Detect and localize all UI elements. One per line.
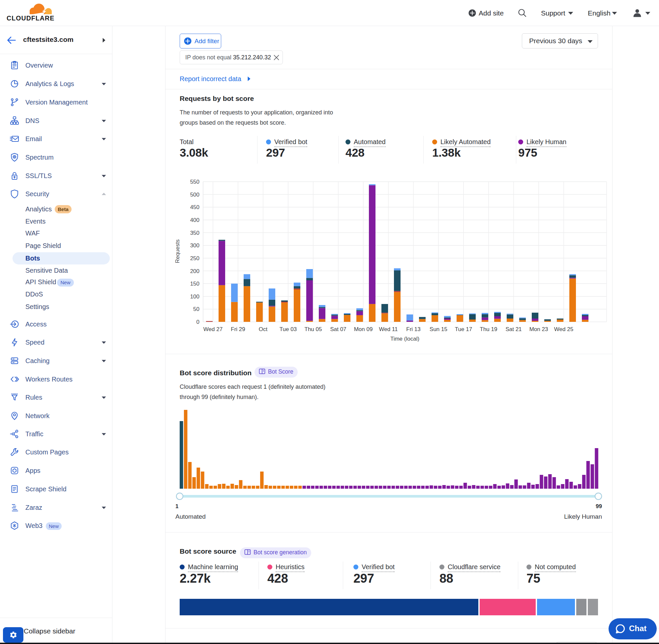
svg-text:Automated: Automated <box>175 513 206 520</box>
svg-text:Sat 07: Sat 07 <box>330 326 346 332</box>
svg-text:Time (local): Time (local) <box>390 336 419 342</box>
svg-text:Requests: Requests <box>174 239 181 263</box>
svg-text:350: 350 <box>190 230 199 236</box>
svg-text:250: 250 <box>190 255 199 261</box>
svg-text:Wed 25: Wed 25 <box>554 326 573 332</box>
svg-text:0: 0 <box>196 319 199 325</box>
svg-text:150: 150 <box>190 281 199 287</box>
svg-text:Fri 13: Fri 13 <box>406 326 420 332</box>
svg-text:550: 550 <box>190 179 199 185</box>
svg-text:Fri 29: Fri 29 <box>231 326 245 332</box>
svg-text:1: 1 <box>175 503 178 509</box>
svg-text:Sat 21: Sat 21 <box>505 326 521 332</box>
svg-text:Wed 27: Wed 27 <box>204 326 222 332</box>
svg-text:Thu 19: Thu 19 <box>480 326 497 332</box>
svg-text:Oct: Oct <box>259 326 268 332</box>
svg-text:50: 50 <box>193 306 199 312</box>
svg-text:Wed 11: Wed 11 <box>379 326 398 332</box>
svg-text:Thu 05: Thu 05 <box>305 326 322 332</box>
svg-text:Mon 09: Mon 09 <box>354 326 373 332</box>
svg-text:200: 200 <box>190 268 199 274</box>
svg-text:300: 300 <box>190 243 199 249</box>
svg-text:400: 400 <box>190 217 199 223</box>
svg-text:500: 500 <box>190 191 199 198</box>
svg-text:450: 450 <box>190 204 199 210</box>
svg-text:Sun 15: Sun 15 <box>429 326 447 332</box>
svg-text:Tue 03: Tue 03 <box>280 326 297 332</box>
svg-text:Likely Human: Likely Human <box>564 513 602 520</box>
svg-text:Mon 23: Mon 23 <box>529 326 548 332</box>
svg-text:99: 99 <box>596 503 602 509</box>
svg-text:Tue 17: Tue 17 <box>455 326 472 332</box>
svg-text:100: 100 <box>190 294 199 300</box>
